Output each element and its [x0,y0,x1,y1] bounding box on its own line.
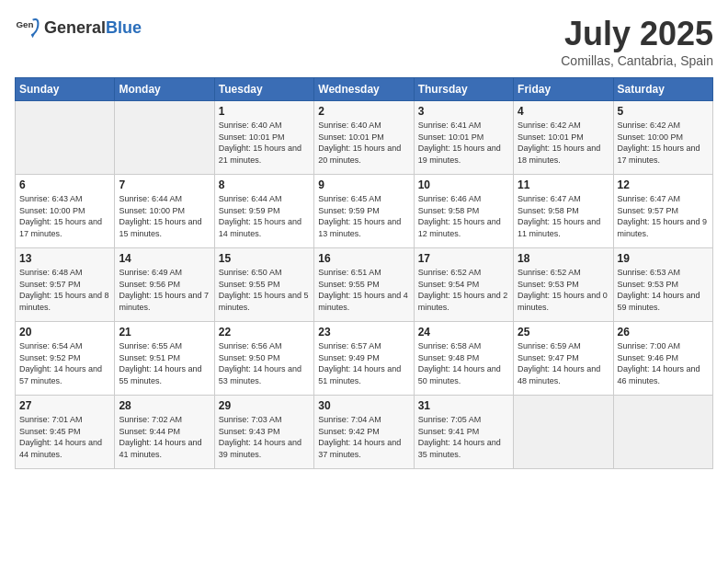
day-detail: Sunrise: 6:40 AMSunset: 10:01 PMDaylight… [318,120,409,166]
day-detail: Sunrise: 6:52 AMSunset: 9:54 PMDaylight:… [418,267,509,313]
day-number: 20 [19,326,110,339]
day-number: 28 [119,399,210,412]
calendar-cell: 29Sunrise: 7:03 AMSunset: 9:43 PMDayligh… [214,396,313,469]
day-number: 4 [518,105,609,118]
weekday-header-wednesday: Wednesday [314,78,414,101]
day-number: 2 [318,105,409,118]
day-number: 15 [219,252,310,265]
calendar-cell: 18Sunrise: 6:52 AMSunset: 9:53 PMDayligh… [514,248,613,322]
day-number: 10 [418,178,509,191]
day-detail: Sunrise: 6:44 AMSunset: 10:00 PMDaylight… [119,193,210,239]
day-number: 31 [418,399,509,412]
day-detail: Sunrise: 6:53 AMSunset: 9:53 PMDaylight:… [618,267,709,313]
day-number: 16 [318,252,409,265]
day-detail: Sunrise: 6:49 AMSunset: 9:56 PMDaylight:… [119,267,210,313]
svg-text:Gen: Gen [16,19,33,29]
calendar-cell [115,101,214,175]
logo-blue: Blue [106,18,142,37]
day-number: 18 [518,252,609,265]
calendar-cell: 26Sunrise: 7:00 AMSunset: 9:46 PMDayligh… [613,322,712,396]
calendar-location: Comillas, Cantabria, Spain [561,53,713,68]
calendar-cell: 13Sunrise: 6:48 AMSunset: 9:57 PMDayligh… [16,248,115,322]
day-detail: Sunrise: 6:47 AMSunset: 9:57 PMDaylight:… [618,193,709,239]
calendar-table: SundayMondayTuesdayWednesdayThursdayFrid… [15,77,713,469]
day-detail: Sunrise: 6:43 AMSunset: 10:00 PMDaylight… [19,193,110,239]
day-detail: Sunrise: 6:44 AMSunset: 9:59 PMDaylight:… [219,193,310,239]
logo-general: General [44,18,106,37]
day-number: 13 [19,252,110,265]
day-detail: Sunrise: 6:50 AMSunset: 9:55 PMDaylight:… [219,267,310,313]
logo-icon: Gen [15,15,40,40]
calendar-cell: 2Sunrise: 6:40 AMSunset: 10:01 PMDayligh… [314,101,414,175]
calendar-title: July 2025 [561,15,713,53]
day-detail: Sunrise: 7:04 AMSunset: 9:42 PMDaylight:… [318,414,409,460]
calendar-cell: 6Sunrise: 6:43 AMSunset: 10:00 PMDayligh… [16,175,115,248]
day-detail: Sunrise: 6:52 AMSunset: 9:53 PMDaylight:… [518,267,609,313]
day-number: 9 [318,178,409,191]
calendar-week-row: 1Sunrise: 6:40 AMSunset: 10:01 PMDayligh… [16,101,713,175]
calendar-cell: 23Sunrise: 6:57 AMSunset: 9:49 PMDayligh… [314,322,414,396]
day-detail: Sunrise: 6:54 AMSunset: 9:52 PMDaylight:… [19,340,110,386]
day-number: 5 [618,105,709,118]
weekday-header-friday: Friday [514,78,613,101]
day-detail: Sunrise: 6:40 AMSunset: 10:01 PMDaylight… [219,120,310,166]
calendar-week-row: 13Sunrise: 6:48 AMSunset: 9:57 PMDayligh… [16,248,713,322]
calendar-cell: 8Sunrise: 6:44 AMSunset: 9:59 PMDaylight… [214,175,313,248]
page-header: Gen GeneralBlue July 2025 Comillas, Cant… [15,15,713,68]
weekday-header-saturday: Saturday [613,78,712,101]
calendar-cell: 17Sunrise: 6:52 AMSunset: 9:54 PMDayligh… [414,248,513,322]
day-number: 22 [219,326,310,339]
calendar-cell: 27Sunrise: 7:01 AMSunset: 9:45 PMDayligh… [16,396,115,469]
calendar-cell [613,396,712,469]
day-number: 7 [119,178,210,191]
calendar-cell: 11Sunrise: 6:47 AMSunset: 9:58 PMDayligh… [514,175,613,248]
calendar-cell: 30Sunrise: 7:04 AMSunset: 9:42 PMDayligh… [314,396,414,469]
day-number: 6 [19,178,110,191]
day-number: 12 [618,178,709,191]
day-number: 17 [418,252,509,265]
day-number: 1 [219,105,310,118]
calendar-cell: 12Sunrise: 6:47 AMSunset: 9:57 PMDayligh… [613,175,712,248]
day-detail: Sunrise: 6:45 AMSunset: 9:59 PMDaylight:… [318,193,409,239]
calendar-week-row: 20Sunrise: 6:54 AMSunset: 9:52 PMDayligh… [16,322,713,396]
day-detail: Sunrise: 7:02 AMSunset: 9:44 PMDaylight:… [119,414,210,460]
day-detail: Sunrise: 6:57 AMSunset: 9:49 PMDaylight:… [318,340,409,386]
day-number: 21 [119,326,210,339]
title-block: July 2025 Comillas, Cantabria, Spain [561,15,713,68]
day-number: 19 [618,252,709,265]
day-detail: Sunrise: 7:00 AMSunset: 9:46 PMDaylight:… [618,340,709,386]
logo: Gen GeneralBlue [15,15,142,40]
day-number: 26 [618,326,709,339]
day-number: 11 [518,178,609,191]
weekday-header-monday: Monday [115,78,214,101]
day-detail: Sunrise: 6:58 AMSunset: 9:48 PMDaylight:… [418,340,509,386]
calendar-cell: 15Sunrise: 6:50 AMSunset: 9:55 PMDayligh… [214,248,313,322]
day-number: 14 [119,252,210,265]
calendar-cell: 5Sunrise: 6:42 AMSunset: 10:00 PMDayligh… [613,101,712,175]
day-detail: Sunrise: 6:48 AMSunset: 9:57 PMDaylight:… [19,267,110,313]
calendar-cell: 21Sunrise: 6:55 AMSunset: 9:51 PMDayligh… [115,322,214,396]
day-detail: Sunrise: 7:03 AMSunset: 9:43 PMDaylight:… [219,414,310,460]
calendar-cell: 22Sunrise: 6:56 AMSunset: 9:50 PMDayligh… [214,322,313,396]
day-detail: Sunrise: 6:42 AMSunset: 10:01 PMDaylight… [518,120,609,166]
calendar-cell [514,396,613,469]
calendar-cell: 14Sunrise: 6:49 AMSunset: 9:56 PMDayligh… [115,248,214,322]
weekday-header-row: SundayMondayTuesdayWednesdayThursdayFrid… [16,78,713,101]
calendar-cell: 25Sunrise: 6:59 AMSunset: 9:47 PMDayligh… [514,322,613,396]
weekday-header-sunday: Sunday [16,78,115,101]
calendar-cell: 4Sunrise: 6:42 AMSunset: 10:01 PMDayligh… [514,101,613,175]
day-detail: Sunrise: 6:41 AMSunset: 10:01 PMDaylight… [418,120,509,166]
calendar-cell: 16Sunrise: 6:51 AMSunset: 9:55 PMDayligh… [314,248,414,322]
day-detail: Sunrise: 6:46 AMSunset: 9:58 PMDaylight:… [418,193,509,239]
calendar-cell: 24Sunrise: 6:58 AMSunset: 9:48 PMDayligh… [414,322,513,396]
calendar-cell: 19Sunrise: 6:53 AMSunset: 9:53 PMDayligh… [613,248,712,322]
calendar-cell: 9Sunrise: 6:45 AMSunset: 9:59 PMDaylight… [314,175,414,248]
day-number: 30 [318,399,409,412]
calendar-cell: 28Sunrise: 7:02 AMSunset: 9:44 PMDayligh… [115,396,214,469]
calendar-cell: 20Sunrise: 6:54 AMSunset: 9:52 PMDayligh… [16,322,115,396]
day-number: 25 [518,326,609,339]
calendar-cell: 1Sunrise: 6:40 AMSunset: 10:01 PMDayligh… [214,101,313,175]
day-detail: Sunrise: 6:51 AMSunset: 9:55 PMDaylight:… [318,267,409,313]
calendar-cell: 10Sunrise: 6:46 AMSunset: 9:58 PMDayligh… [414,175,513,248]
weekday-header-tuesday: Tuesday [214,78,313,101]
